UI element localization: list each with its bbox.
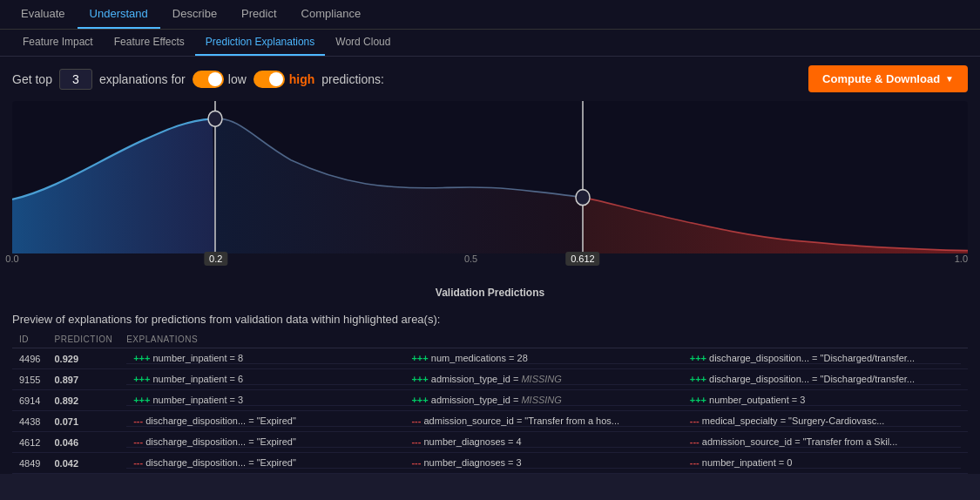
tab-evaluate[interactable]: Evaluate [9, 0, 78, 29]
cell-id: 4496 [12, 348, 47, 369]
explanation-cell: +++ num_medications = 28 [404, 353, 682, 364]
explanation-cell: --- discharge_disposition... = "Expired" [126, 416, 404, 427]
cell-id: 4612 [12, 432, 47, 453]
explanation-cell: --- number_diagnoses = 4 [404, 436, 682, 448]
stab-prediction-explanations[interactable]: Prediction Explanations [195, 30, 325, 56]
plus-icon: +++ [411, 395, 430, 405]
sub-navigation: Feature Impact Feature Effects Predictio… [0, 30, 980, 57]
explanation-cell: +++ admission_type_id = MISSING [404, 374, 682, 385]
explanation-text: number_inpatient = 3 [152, 395, 243, 405]
high-toggle-wrap: high [253, 71, 315, 88]
x-label-02: 0.2 [204, 253, 227, 264]
plus-icon: +++ [133, 395, 152, 405]
controls-row: Get top explanations for low high predic… [12, 65, 968, 92]
cell-prediction: 0.071 [47, 411, 119, 432]
high-toggle[interactable] [253, 71, 285, 88]
tab-compliance[interactable]: Compliance [289, 0, 374, 29]
plus-icon: +++ [690, 395, 709, 405]
explanation-cell: +++ number_inpatient = 3 [126, 395, 404, 406]
explanation-text: number_inpatient = 0 [702, 457, 793, 468]
svg-point-3 [576, 190, 590, 206]
x-label-1: 1.0 [955, 253, 968, 264]
stab-word-cloud[interactable]: Word Cloud [325, 30, 401, 56]
explanation-text: number_outpatient = 3 [709, 395, 805, 405]
cell-id: 4849 [12, 453, 47, 474]
table-row: 69140.892+++ number_inpatient = 3+++ adm… [12, 390, 968, 411]
x-axis-title: Validation Predictions [12, 287, 968, 299]
compute-download-button[interactable]: Compute & Download ▼ [808, 65, 968, 92]
explanation-text: number_inpatient = 8 [152, 353, 243, 363]
minus-icon: --- [690, 416, 702, 426]
chevron-down-icon: ▼ [945, 74, 954, 84]
tab-describe[interactable]: Describe [160, 0, 229, 29]
table-row: 91550.897+++ number_inpatient = 6+++ adm… [12, 369, 968, 390]
tab-predict[interactable]: Predict [229, 0, 288, 29]
th-prediction: PREDICTION [47, 331, 119, 348]
explanation-text: admission_source_id = "Transfer from a h… [423, 416, 619, 426]
cell-prediction: 0.929 [47, 348, 119, 369]
stab-feature-effects[interactable]: Feature Effects [104, 30, 195, 56]
explanation-text: admission_type_id = MISSING [431, 374, 562, 384]
explanation-cell: --- medical_specialty = "Surgery-Cardiov… [683, 416, 961, 427]
x-label-0: 0.0 [5, 253, 18, 264]
cell-prediction: 0.897 [47, 369, 119, 390]
top-navigation: Evaluate Understand Describe Predict Com… [0, 0, 980, 30]
prediction-chart [12, 101, 968, 253]
th-id: ID [12, 331, 47, 348]
minus-icon: --- [411, 416, 423, 426]
explanation-cell: --- discharge_disposition... = "Expired" [126, 457, 404, 469]
stab-feature-impact[interactable]: Feature Impact [12, 30, 104, 56]
cell-explanations: +++ number_inpatient = 6+++ admission_ty… [119, 369, 968, 390]
cell-explanations: --- discharge_disposition... = "Expired"… [119, 411, 968, 432]
explanation-text: number_inpatient = 6 [152, 374, 243, 384]
plus-icon: +++ [133, 353, 152, 363]
tab-understand[interactable]: Understand [78, 0, 160, 29]
plus-icon: +++ [690, 374, 709, 384]
cell-explanations: --- discharge_disposition... = "Expired"… [119, 453, 968, 474]
explanation-text: medical_specialty = "Surgery-Cardiovasc.… [702, 416, 885, 426]
cell-prediction: 0.042 [47, 453, 119, 474]
explanation-cell: --- admission_source_id = "Transfer from… [683, 436, 961, 448]
plus-icon: +++ [690, 353, 709, 363]
explanation-text: num_medications = 28 [431, 353, 528, 363]
low-toggle[interactable] [193, 71, 224, 88]
explanation-text: admission_source_id = "Transfer from a S… [702, 436, 898, 447]
main-content: Get top explanations for low high predic… [0, 57, 980, 474]
minus-icon: --- [411, 457, 423, 468]
compute-btn-label: Compute & Download [822, 72, 940, 85]
predictions-label: predictions: [321, 72, 384, 86]
cell-prediction: 0.892 [47, 390, 119, 411]
explanations-for-label: explanations for [99, 72, 186, 86]
controls-left: Get top explanations for low high predic… [12, 69, 384, 90]
explanation-text: discharge_disposition... = "Expired" [145, 416, 296, 426]
explanation-text: admission_type_id = MISSING [431, 395, 562, 405]
svg-point-1 [208, 111, 222, 126]
minus-icon: --- [411, 436, 423, 447]
get-top-label: Get top [12, 72, 52, 86]
top-value-input[interactable] [59, 69, 92, 90]
explanation-text: number_diagnoses = 4 [423, 436, 521, 447]
cell-explanations: --- discharge_disposition... = "Expired"… [119, 432, 968, 453]
cell-explanations: +++ number_inpatient = 3+++ admission_ty… [119, 390, 968, 411]
explanation-text: discharge_disposition... = "Expired" [145, 457, 296, 468]
th-explanations: EXPLANATIONS [119, 331, 968, 348]
explanation-cell: +++ discharge_disposition... = "Discharg… [683, 353, 961, 364]
plus-icon: +++ [133, 374, 152, 384]
chart-svg [12, 101, 968, 253]
explanation-cell: --- admission_source_id = "Transfer from… [404, 416, 682, 427]
explanation-cell: --- number_diagnoses = 3 [404, 457, 682, 469]
explanation-text: discharge_disposition... = "Expired" [145, 436, 296, 447]
low-toggle-wrap: low [193, 71, 247, 88]
minus-icon: --- [133, 457, 145, 468]
table-row: 46120.046--- discharge_disposition... = … [12, 432, 968, 453]
plus-icon: +++ [411, 353, 430, 363]
cell-id: 4438 [12, 411, 47, 432]
table-row: 44960.929+++ number_inpatient = 8+++ num… [12, 348, 968, 369]
x-axis-container: 0.0 0.2 0.5 0.612 1.0 [12, 253, 968, 287]
minus-icon: --- [133, 416, 145, 426]
table-row: 48490.042--- discharge_disposition... = … [12, 453, 968, 474]
explanation-cell: --- discharge_disposition... = "Expired" [126, 436, 404, 448]
preview-title: Preview of explanations for predictions … [12, 306, 968, 331]
explanation-text: discharge_disposition... = "Discharged/t… [709, 374, 915, 384]
explanation-cell: +++ number_inpatient = 8 [126, 353, 404, 364]
